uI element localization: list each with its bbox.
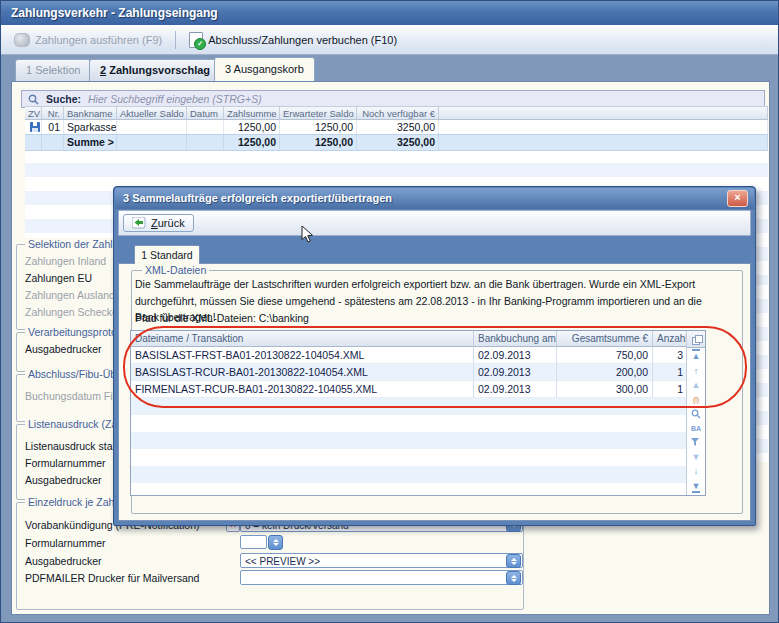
search-label: Suche: (46, 93, 81, 105)
col-noch-verfuegbar[interactable]: Noch verfügbar € (357, 106, 439, 120)
field-label-ausgabedrucker-1: Ausgabedrucker (25, 343, 101, 355)
field-label-ausgabedrucker-3: Ausgabedrucker (25, 555, 101, 567)
scroll-bottom-icon[interactable]: ▼ (692, 481, 701, 493)
main-tab-strip: 1 Selektion 2 Zahlungsvorschlag 3 Ausgan… (1, 54, 778, 81)
field-label-zahlungen-inland: Zahlungen Inland (25, 255, 106, 267)
disk-icon (30, 122, 40, 132)
execute-payments-button[interactable]: Zahlungen ausführen (F9) (7, 29, 169, 50)
search-icon[interactable] (691, 409, 701, 419)
post-payments-button[interactable]: ✓ Abschluss/Zahlungen verbuchen (F10) (182, 29, 404, 50)
bank-table-summary-row: Summe > 1250,00 1250,00 3250,00 (25, 134, 768, 151)
field-label-ausgabedrucker-2: Ausgabedrucker (25, 474, 101, 486)
execute-payments-icon (14, 33, 30, 47)
window-title: Zahlungsverkehr - Zahlungseingang (11, 6, 218, 20)
field-label-zahlungen-eu: Zahlungen EU (25, 272, 92, 284)
field-label-zahlungen-ausland: Zahlungen Ausland (25, 289, 115, 301)
col-zv[interactable]: ZV (25, 106, 42, 120)
close-icon: × (734, 191, 740, 203)
back-arrow-icon (132, 217, 146, 229)
tab-selektion[interactable]: 1 Selektion (15, 59, 91, 81)
col-nr[interactable]: Nr. (42, 106, 64, 120)
formularnummer-input[interactable] (240, 535, 267, 549)
formularnummer-spinner[interactable] (268, 535, 283, 550)
spinner-icon[interactable] (506, 554, 521, 568)
search-icon (28, 94, 39, 105)
field-label-pdfmailer: PDFMAILER Drucker für Mailversand (25, 572, 199, 584)
spinner-icon[interactable] (506, 571, 521, 585)
arrow-down-icon[interactable]: ▼ (692, 452, 701, 462)
summary-label: Summe > (64, 135, 117, 150)
col-aktueller-saldo[interactable]: Aktueller Saldo € (117, 106, 187, 120)
pdfmailer-dropdown[interactable] (240, 570, 523, 585)
col-datum[interactable]: Datum (187, 106, 224, 120)
dialog-toolbar: Zurück (118, 210, 751, 236)
toolbar-separator (175, 31, 176, 49)
col-erwarteter-saldo[interactable]: Erwarteter Saldo € (280, 106, 357, 120)
col-zahlsumme[interactable]: Zahlsumme € (224, 106, 280, 120)
groupbox-label: XML-Dateien (142, 264, 209, 276)
filter-icon[interactable] (691, 438, 701, 447)
bank-table-row[interactable]: 01 Sparkasse 1250,00 1250,00 3250,00 (25, 120, 768, 134)
dialog-title: 3 Sammelaufträge erfolgreich exportiert/… (123, 192, 392, 204)
field-label-listenausdruck-start: Listenausdruck start (25, 440, 119, 452)
dialog-title-bar: 3 Sammelaufträge erfolgreich exportiert/… (115, 188, 754, 209)
post-payments-label: Abschluss/Zahlungen verbuchen (F10) (208, 34, 397, 46)
red-highlight-annotation (123, 326, 747, 408)
field-label-zahlungen-schecke: Zahlungen Schecke (25, 306, 118, 318)
field-label-buchungsdatum: Buchungsdatum Fib (25, 390, 118, 402)
document-check-icon: ✓ (189, 32, 203, 48)
bank-table-header: ZV Nr. Bankname Aktueller Saldo € Datum … (25, 106, 768, 120)
export-result-dialog: 3 Sammelaufträge erfolgreich exportiert/… (113, 186, 756, 526)
sort-icon[interactable]: BA (691, 424, 701, 434)
dialog-tab-standard[interactable]: 1 Standard (134, 245, 200, 264)
col-filler (439, 106, 768, 120)
back-label: Zurück (151, 217, 185, 229)
execute-payments-label: Zahlungen ausführen (F9) (35, 34, 162, 46)
xml-path-text: Pfad für die XML-Dateien: C:\banking (135, 312, 309, 324)
mouse-cursor (301, 225, 314, 244)
dialog-close-button[interactable]: × (727, 190, 748, 207)
ausgabedrucker-dropdown[interactable]: << PREVIEW >> (240, 553, 523, 568)
dialog-content: XML-Dateien Die Sammelaufträge der Lasts… (118, 263, 751, 521)
tab-zahlungsvorschlag[interactable]: 2 Zahlungsvorschlag (89, 59, 221, 81)
application-window: Zahlungsverkehr - Zahlungseingang Zahlun… (0, 0, 779, 623)
field-label-formularnummer-2: Formularnummer (25, 537, 106, 549)
move-down-icon[interactable]: ↓ (694, 466, 699, 476)
window-title-bar: Zahlungsverkehr - Zahlungseingang (1, 1, 778, 25)
tab-ausgangskorb[interactable]: 3 Ausgangskorb (214, 57, 315, 81)
search-placeholder: Hier Suchbegriff eingeben (STRG+S) (88, 93, 262, 105)
field-label-formularnummer-1: Formularnummer (25, 457, 106, 469)
main-toolbar: Zahlungen ausführen (F9) ✓ Abschluss/Zah… (1, 25, 778, 55)
back-button[interactable]: Zurück (123, 214, 194, 232)
col-bankname[interactable]: Bankname (64, 106, 117, 120)
